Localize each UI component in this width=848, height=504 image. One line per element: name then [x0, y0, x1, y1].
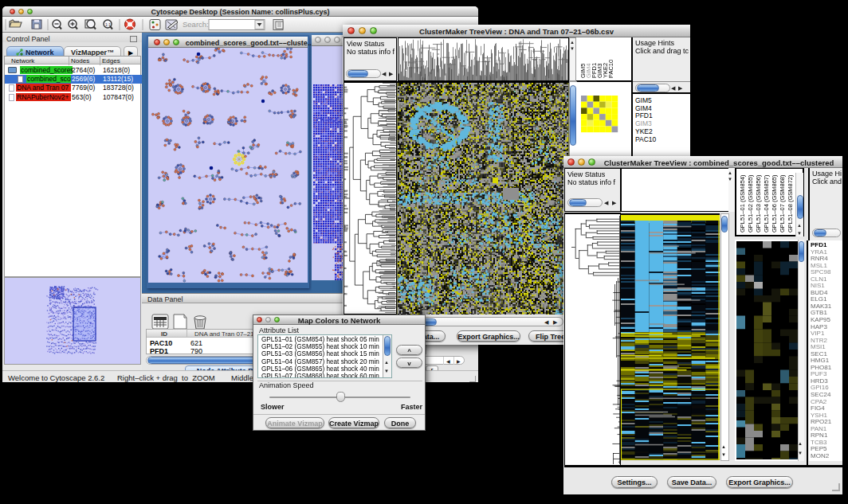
svg-text:1:1: 1:1 — [105, 22, 111, 27]
svg-text:Search:: Search: — [183, 20, 209, 29]
